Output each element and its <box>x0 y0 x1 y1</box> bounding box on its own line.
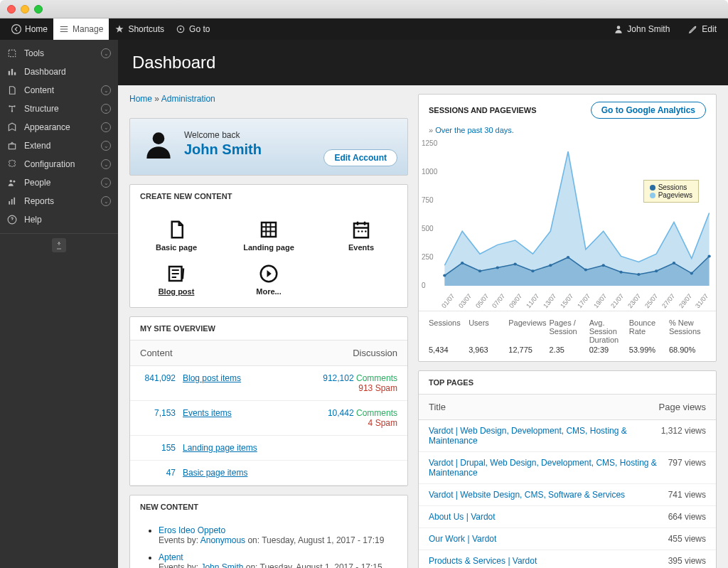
manage-tab[interactable]: Manage <box>53 18 109 40</box>
new-content-link[interactable]: Aptent <box>159 552 183 562</box>
create-landing-page[interactable]: Landing page <box>223 213 315 257</box>
new-content-item: Aptent Events by: John Smith on: Tuesday… <box>159 552 392 568</box>
close-window-button[interactable] <box>7 5 16 14</box>
svg-point-2 <box>180 28 181 30</box>
svg-point-0 <box>12 25 21 34</box>
sidebar-item-label: Content <box>24 85 54 95</box>
overview-count: 841,092 <box>140 373 183 393</box>
back-home-button[interactable]: Home <box>6 18 53 40</box>
sidebar-item-label: People <box>24 178 50 188</box>
top-page-row: Products & Services | Vardot 395 views <box>419 550 716 568</box>
top-page-link[interactable]: Our Work | Vardot <box>429 534 496 544</box>
goto-tab[interactable]: Go to <box>170 18 215 40</box>
minimize-window-button[interactable] <box>21 5 29 14</box>
overview-type-link[interactable]: Basic page items <box>183 468 397 478</box>
sidebar-collapse-toggle[interactable] <box>52 238 66 252</box>
user-avatar-icon <box>144 130 173 159</box>
shortcuts-label: Shortcuts <box>128 24 164 34</box>
analytics-card: SESSIONS AND PAGEVIEWS Go to Google Anal… <box>418 94 717 362</box>
stat-cell: Bounce Rate53.99% <box>629 318 666 354</box>
sidebar-item-dashboard[interactable]: Dashboard <box>0 63 118 81</box>
overview-col-discussion: Discussion <box>353 348 397 358</box>
svg-point-3 <box>617 26 621 29</box>
sidebar-item-label: Reports <box>24 196 54 206</box>
overview-count: 47 <box>140 468 183 478</box>
content-type-icon <box>166 263 187 284</box>
svg-rect-4 <box>9 50 15 56</box>
sidebar-item-extend[interactable]: Extend ⌄ <box>0 136 118 155</box>
star-icon <box>114 24 124 34</box>
sidebar-icon <box>7 141 17 151</box>
sidebar-item-label: Help <box>24 215 42 225</box>
shortcuts-tab[interactable]: Shortcuts <box>109 18 170 40</box>
chevron-down-icon: ⌄ <box>101 196 111 206</box>
sidebar-item-appearance[interactable]: Appearance ⌄ <box>0 118 118 136</box>
sidebar-icon <box>7 48 17 58</box>
go-to-analytics-button[interactable]: Go to Google Analytics <box>591 102 706 119</box>
svg-point-35 <box>602 264 605 267</box>
edit-mode-toggle[interactable]: Edit <box>682 24 722 34</box>
top-page-views: 664 views <box>668 512 706 522</box>
breadcrumb-current[interactable]: Administration <box>161 94 215 104</box>
sidebar-item-label: Appearance <box>24 122 70 132</box>
sidebar-item-structure[interactable]: Structure ⌄ <box>0 100 118 118</box>
zoom-window-button[interactable] <box>34 5 43 14</box>
svg-point-32 <box>549 264 552 267</box>
author-link[interactable]: John Smith <box>200 562 243 568</box>
overview-type-link[interactable]: Landing page items <box>183 443 397 453</box>
chevron-down-icon: ⌄ <box>101 122 111 132</box>
svg-point-22 <box>361 230 363 232</box>
new-content-card: NEW CONTENT Eros Ideo Oppeto Events by: … <box>129 495 408 568</box>
svg-point-30 <box>513 263 516 266</box>
top-page-link[interactable]: Vardot | Drupal, Web Design, Development… <box>429 458 668 478</box>
overview-type-link[interactable]: Blog post items <box>183 373 323 393</box>
stat-cell: % New Sessions68.90% <box>669 318 706 354</box>
create-item-label: More... <box>256 287 281 296</box>
sidebar-item-help[interactable]: Help <box>0 210 118 229</box>
sidebar-item-label: Tools <box>24 48 44 58</box>
overview-type-link[interactable]: Events items <box>183 408 328 428</box>
sidebar-icon <box>7 122 17 132</box>
sidebar-item-label: Extend <box>24 141 50 151</box>
user-menu[interactable]: John Smith <box>608 24 675 34</box>
overview-row: 841,092 Blog post items 912,102 Comments… <box>130 366 407 401</box>
author-link[interactable]: Anonymous <box>200 535 245 545</box>
svg-rect-5 <box>9 71 10 75</box>
stat-cell: Users3,963 <box>469 318 505 354</box>
sidebar-item-tools[interactable]: Tools ⌄ <box>0 44 118 63</box>
svg-point-34 <box>584 269 587 272</box>
create-blog-post[interactable]: Blog post <box>130 257 223 301</box>
top-page-link[interactable]: Vardot | Website Design, CMS, Software &… <box>429 490 625 500</box>
edit-account-button[interactable]: Edit Account <box>323 149 397 166</box>
top-page-link[interactable]: About Us | Vardot <box>429 512 496 522</box>
top-page-link[interactable]: Vardot | Web Design, Development, CMS, H… <box>429 426 661 446</box>
newcontent-heading: NEW CONTENT <box>130 495 407 518</box>
sidebar-item-content[interactable]: Content ⌄ <box>0 81 118 100</box>
hamburger-icon <box>59 24 69 34</box>
chevron-down-icon: ⌄ <box>101 141 111 151</box>
sidebar-item-reports[interactable]: Reports ⌄ <box>0 192 118 210</box>
create-more-[interactable]: More... <box>223 257 315 301</box>
create-basic-page[interactable]: Basic page <box>130 213 223 257</box>
top-page-row: About Us | Vardot 664 views <box>419 506 716 528</box>
welcome-name: John Smith <box>184 141 262 158</box>
page-title: Dashboard <box>118 40 728 85</box>
sidebar-item-configuration[interactable]: Configuration ⌄ <box>0 155 118 173</box>
top-page-link[interactable]: Products & Services | Vardot <box>429 556 537 566</box>
create-item-label: Events <box>348 243 374 252</box>
arrow-left-icon <box>11 24 21 34</box>
create-events[interactable]: Events <box>315 213 407 257</box>
svg-point-40 <box>690 272 693 274</box>
overview-count: 7,153 <box>140 408 183 428</box>
svg-point-36 <box>619 271 622 274</box>
svg-point-13 <box>13 181 15 183</box>
svg-rect-16 <box>14 198 15 205</box>
site-overview-card: MY SITE OVERVIEW Content Discussion 841,… <box>129 316 408 486</box>
back-home-label: Home <box>25 24 48 34</box>
user-name: John Smith <box>627 24 670 34</box>
pencil-icon <box>688 24 698 34</box>
sidebar-item-people[interactable]: People ⌄ <box>0 173 118 192</box>
breadcrumb-home[interactable]: Home <box>129 94 152 104</box>
new-content-link[interactable]: Eros Ideo Oppeto <box>159 525 225 535</box>
sidebar-icon <box>7 67 17 77</box>
